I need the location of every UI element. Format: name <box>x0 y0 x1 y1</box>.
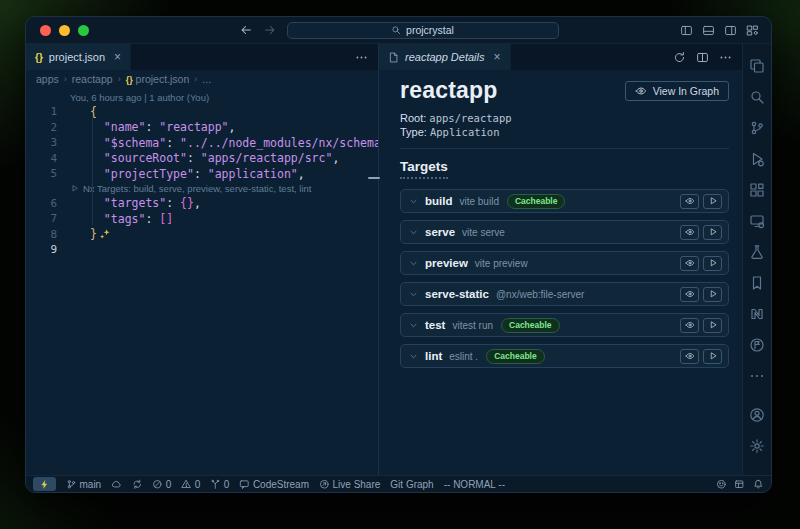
layout-panel-icon[interactable] <box>702 24 715 37</box>
extensions-icon[interactable] <box>749 182 765 198</box>
tab-project-json[interactable]: {} project.json × <box>26 44 131 70</box>
target-command: eslint . <box>449 351 478 362</box>
token: "apps/reactapp/src" <box>201 151 333 165</box>
code-line[interactable]: 2 "name": "reactapp", <box>26 120 378 136</box>
target-row-preview[interactable]: previewvite preview <box>400 251 729 275</box>
view-target-button[interactable] <box>680 225 699 240</box>
chevron-down-icon[interactable] <box>409 197 418 206</box>
status-feedback[interactable] <box>716 479 727 490</box>
token: : <box>145 120 152 134</box>
target-row-build[interactable]: buildvite buildCacheable <box>400 189 729 213</box>
view-target-button[interactable] <box>680 287 699 302</box>
target-row-serve[interactable]: servevite serve <box>400 220 729 244</box>
code-line[interactable]: 6 "targets": {}, <box>26 196 378 212</box>
target-name: preview <box>425 257 468 269</box>
target-row-test[interactable]: testvitest runCacheable <box>400 313 729 337</box>
zoom-window-button[interactable] <box>78 25 89 36</box>
refresh-icon[interactable] <box>673 51 686 64</box>
chevron-down-icon[interactable] <box>409 352 418 361</box>
chevron-down-icon[interactable] <box>409 259 418 268</box>
code-line[interactable]: 8} <box>26 227 378 243</box>
chevron-down-icon[interactable] <box>409 228 418 237</box>
chevron-down-icon[interactable] <box>409 290 418 299</box>
account-icon[interactable] <box>749 407 765 423</box>
minimize-window-button[interactable] <box>59 25 70 36</box>
project-manager-icon[interactable] <box>749 337 765 353</box>
breadcrumb-item-projectjson[interactable]: {} project.json <box>126 73 190 85</box>
breadcrumb-item-apps[interactable]: apps <box>36 73 59 85</box>
breadcrumb: apps›reactapp›{} project.json›... <box>26 70 378 88</box>
status-cloud[interactable] <box>111 479 122 490</box>
run-target-button[interactable] <box>703 256 722 271</box>
bookmarks-icon[interactable] <box>749 275 765 291</box>
target-command: vite serve <box>462 227 505 238</box>
run-target-button[interactable] <box>703 287 722 302</box>
chevron-down-icon[interactable] <box>409 321 418 330</box>
remote-explorer-icon[interactable] <box>749 213 765 229</box>
view-target-button[interactable] <box>680 318 699 333</box>
status-sync[interactable] <box>132 479 143 490</box>
nav-back-icon[interactable] <box>239 23 253 37</box>
status-main[interactable]: main <box>66 479 101 490</box>
close-window-button[interactable] <box>40 25 51 36</box>
testing-icon[interactable] <box>749 244 765 260</box>
run-target-button[interactable] <box>703 225 722 240</box>
view-in-graph-button[interactable]: View In Graph <box>625 81 729 101</box>
status-0[interactable]: 0 <box>152 479 171 490</box>
status-codestream[interactable]: CodeStream <box>239 479 309 490</box>
status-0[interactable]: 0 <box>181 479 200 490</box>
tab-reactapp-details[interactable]: reactapp Details × <box>379 44 511 70</box>
status-nx-bolt[interactable] <box>33 477 56 491</box>
code-line[interactable]: 1{ <box>26 104 378 120</box>
run-debug-icon[interactable] <box>749 151 765 167</box>
code-line[interactable]: 9 <box>26 242 378 258</box>
more-icon[interactable] <box>719 51 732 64</box>
breadcrumb-item-reactapp[interactable]: reactapp <box>72 73 113 85</box>
search-icon[interactable] <box>749 89 765 105</box>
git-branch-icon <box>66 479 77 490</box>
status-live-share[interactable]: Live Share <box>319 479 380 490</box>
layout-sidebar-left-icon[interactable] <box>680 24 693 37</box>
codelens-git-blame[interactable]: You, 6 hours ago | 1 author (You) <box>26 90 378 104</box>
source-control-icon[interactable] <box>749 120 765 136</box>
code-line[interactable]: 5 "projectType": "application", <box>26 166 378 182</box>
code-editor[interactable]: You, 6 hours ago | 1 author (You)1{2 "na… <box>26 88 378 475</box>
more-icon[interactable] <box>749 368 765 384</box>
editor-sash-handle[interactable] <box>368 177 380 179</box>
view-target-button[interactable] <box>680 194 699 209</box>
run-target-button[interactable] <box>703 349 722 364</box>
close-icon[interactable]: × <box>494 51 501 63</box>
more-icon[interactable] <box>355 51 368 64</box>
target-row-serve-static[interactable]: serve-static@nx/web:file-server <box>400 282 729 306</box>
split-editor-icon[interactable] <box>696 51 709 64</box>
files-icon[interactable] <box>749 58 765 74</box>
run-target-button[interactable] <box>703 318 722 333</box>
target-actions <box>680 256 722 271</box>
breadcrumb-item-[interactable]: ... <box>202 73 211 85</box>
code-line[interactable]: 7 "tags": [] <box>26 211 378 227</box>
view-target-button[interactable] <box>680 256 699 271</box>
status-normal[interactable]: -- NORMAL -- <box>444 479 505 490</box>
nx-console-icon[interactable] <box>749 306 765 322</box>
status-bell[interactable] <box>753 479 764 490</box>
target-row-lint[interactable]: linteslint .Cacheable <box>400 344 729 368</box>
settings-icon[interactable] <box>749 438 765 454</box>
status-editor-layout[interactable] <box>734 479 745 490</box>
run-target-button[interactable] <box>703 194 722 209</box>
status-0[interactable]: 0 <box>210 479 229 490</box>
layout-sidebar-right-icon[interactable] <box>724 24 737 37</box>
code-text: "$schema": "../../node_modules/nx/schema… <box>70 136 378 150</box>
view-target-button[interactable] <box>680 349 699 364</box>
code-line[interactable]: 4 "sourceRoot": "apps/reactapp/src", <box>26 151 378 167</box>
codelens-nx-targets[interactable]: Nx Targets: build, serve, preview, serve… <box>26 182 378 196</box>
close-icon[interactable]: × <box>114 51 121 63</box>
command-center-search[interactable]: projcrystal <box>287 22 559 39</box>
layout-custom-icon[interactable] <box>746 24 759 37</box>
status-git-graph[interactable]: Git Graph <box>390 479 433 490</box>
cacheable-badge: Cacheable <box>507 194 566 209</box>
target-name: serve <box>425 226 455 238</box>
nav-forward-icon[interactable] <box>263 23 277 37</box>
status-normal-label: -- NORMAL -- <box>444 479 505 490</box>
breadcrumb-separator: › <box>64 74 67 84</box>
code-line[interactable]: 3 "$schema": "../../node_modules/nx/sche… <box>26 135 378 151</box>
